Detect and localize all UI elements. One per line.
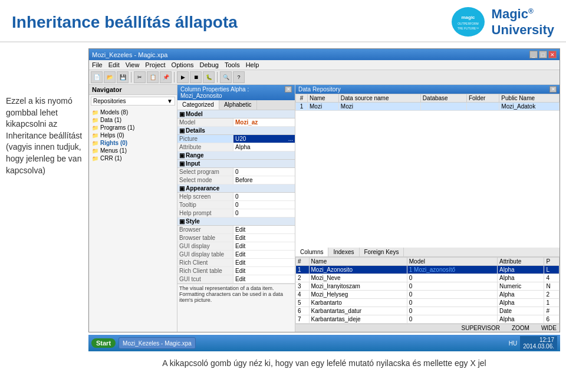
page-title: Inheritance beállítás állapota: [12, 13, 238, 32]
menu-project[interactable]: Project: [145, 61, 165, 68]
prop-helpprompt-name: Help prompt: [177, 209, 233, 217]
tab-foreign-keys[interactable]: Foreign Keys: [360, 248, 404, 256]
data-repository-panel: Data Repository ✕ # Name Data source nam…: [295, 85, 560, 332]
prop-attribute-row: Attribute Alpha: [177, 143, 295, 151]
menu-edit[interactable]: Edit: [108, 61, 120, 68]
tab-categorized[interactable]: Categorized: [177, 100, 219, 110]
menu-tools[interactable]: Tools: [225, 61, 240, 68]
prop-select-prog-name: Select program: [177, 168, 233, 176]
prop-model-value: Mozi_az: [233, 118, 295, 126]
taskbar-language: HU: [509, 340, 517, 347]
prop-browser-name: Browser: [177, 226, 233, 233]
repositories-dropdown[interactable]: Repositories ▼: [91, 97, 175, 106]
col-close-btn[interactable]: ✕: [285, 86, 292, 93]
attr-row-1[interactable]: 1 Mozi_Azonosito 1 Mozi_azonosítő Alpha …: [296, 266, 560, 274]
tb-run[interactable]: ▶: [177, 71, 189, 83]
taskbar-clock: 12:17 2014.03.06.: [520, 336, 557, 350]
tb-cut[interactable]: ✂: [134, 71, 146, 83]
attr-row-6[interactable]: 6 Karbantartas_datur 0 Date #: [296, 307, 560, 315]
nav-menus[interactable]: 📁 Menus (1): [92, 147, 174, 154]
col-name: Name: [308, 94, 339, 103]
nav-tree: 📁 Models (8) 📁 Data (1) 📁 Programs (1): [89, 107, 177, 163]
prop-picture-value: U20 ...: [233, 135, 295, 143]
tb-stop[interactable]: ⏹: [190, 71, 202, 83]
prop-browsertable-name: Browser table: [177, 234, 233, 242]
prop-select-mode-name: Select mode: [177, 176, 233, 184]
col-panel-controls[interactable]: ✕: [285, 86, 292, 99]
attr-row-4[interactable]: 4 Mozi_Helyseg 0 Alpha 2: [296, 291, 560, 299]
collapse-icon: ▣: [179, 111, 185, 117]
prop-richclient-value: Edit: [233, 259, 295, 266]
collapse-icon: ▣: [179, 218, 185, 225]
attributes-table: # Name Model Attribute P 1 Mozi_Azonosit…: [295, 257, 560, 324]
nav-models[interactable]: 📁 Models (8): [92, 108, 174, 116]
nav-crr[interactable]: 📁 CRR (1): [92, 154, 174, 162]
attr-col-p: P: [544, 258, 560, 266]
tb-new[interactable]: 📄: [91, 71, 103, 83]
folder-icon: 📁: [92, 110, 98, 116]
window-titlebar: Mozi_Kezeles - Magic.xpa _ □ ✕: [89, 49, 560, 60]
prop-select-prog-value: 0: [233, 168, 295, 176]
prop-section-style: ▣ Style Browser Edit Browser table Edit: [177, 218, 295, 284]
attr-row-5[interactable]: 5 Karbantarto 0 Alpha 1: [296, 299, 560, 307]
magic-logo: magic OUTPERFORM THE FUTURE™: [450, 6, 486, 38]
menu-view[interactable]: View: [126, 61, 140, 68]
collapse-icon: ▣: [179, 185, 185, 192]
close-button[interactable]: ✕: [548, 51, 557, 58]
col-database: Database: [420, 94, 466, 103]
menu-help[interactable]: Help: [246, 61, 259, 68]
nav-rights[interactable]: 📁 Rights (0): [92, 139, 174, 147]
prop-select-mode-value: Before: [233, 176, 295, 184]
minimize-button[interactable]: _: [529, 51, 538, 58]
attr-row-7[interactable]: 7 Karbantartas_ideje 0 Alpha 6: [296, 315, 560, 324]
tb-copy[interactable]: 📋: [147, 71, 159, 83]
menu-debug[interactable]: Debug: [200, 61, 219, 68]
maximize-button[interactable]: □: [539, 51, 547, 58]
attr-row-2[interactable]: 2 Mozi_Neve 0 Alpha 4: [296, 274, 560, 282]
tb-separator-3: [217, 72, 218, 83]
folder-icon: 📁: [92, 156, 98, 162]
tb-save[interactable]: 💾: [117, 71, 129, 83]
attr-row-3[interactable]: 3 Mozi_Iranyitoszam 0 Numeric N: [296, 282, 560, 291]
folder-icon: 📁: [92, 140, 98, 146]
section-model-header: ▣ Model: [177, 110, 295, 118]
prop-attribute-name: Attribute: [177, 143, 233, 151]
tb-help[interactable]: ?: [233, 71, 245, 83]
prop-guidisplaytable-row: GUI display table Edit: [177, 251, 295, 259]
section-appearance-header: ▣ Appearance: [177, 185, 295, 193]
window-controls[interactable]: _ □ ✕: [529, 51, 557, 58]
nav-programs[interactable]: 📁 Programs (1): [92, 124, 174, 131]
nav-helps[interactable]: 📁 Helps (0): [92, 131, 174, 139]
tb-paste[interactable]: 📌: [160, 71, 172, 83]
start-button[interactable]: Start: [91, 338, 116, 348]
tb-zoom[interactable]: 🔍: [220, 71, 232, 83]
section-range-header: ▣ Range: [177, 151, 295, 160]
prop-section-details: ▣ Details Picture U20 ... Attribute Alph…: [177, 127, 295, 151]
tab-alphabetic[interactable]: Alphabetic: [219, 100, 257, 110]
folder-icon: 📁: [92, 133, 98, 139]
taskbar-app[interactable]: Mozi_Kezeles - Magic.xpa: [119, 337, 196, 349]
nav-data[interactable]: 📁 Data (1): [92, 116, 174, 124]
section-details-header: ▣ Details: [177, 127, 295, 135]
data-close-btn[interactable]: ✕: [549, 86, 557, 93]
data-panel-controls[interactable]: ✕: [549, 86, 557, 93]
table-row[interactable]: 1 Mozi Mozi Mozi_Adatok: [296, 103, 560, 111]
menu-options[interactable]: Options: [172, 61, 194, 68]
prop-picture-row: Picture U20 ...: [177, 135, 295, 143]
prop-helpscreen-name: Help screen: [177, 193, 233, 200]
svg-text:magic: magic: [461, 15, 475, 20]
prop-richclient-row: Rich Client Edit: [177, 259, 295, 267]
tab-columns[interactable]: Columns: [295, 248, 328, 256]
prop-richclient-name: Rich Client: [177, 259, 233, 266]
inner-panels: Navigator Repositories ▼ 📁 Models (8) 📁: [89, 85, 560, 332]
tb-separator-1: [131, 72, 131, 83]
menu-file[interactable]: File: [92, 61, 103, 68]
tab-indexes[interactable]: Indexes: [328, 248, 359, 256]
tb-separator-2: [174, 72, 175, 83]
svg-text:THE FUTURE™: THE FUTURE™: [457, 27, 479, 30]
prop-browser-row: Browser Edit: [177, 226, 295, 234]
tb-open[interactable]: 📂: [104, 71, 116, 83]
tb-debug[interactable]: 🐛: [203, 71, 215, 83]
picture-btn[interactable]: ...: [288, 136, 293, 142]
prop-section-input: ▣ Input Select program 0 Select mode Bef…: [177, 160, 295, 185]
